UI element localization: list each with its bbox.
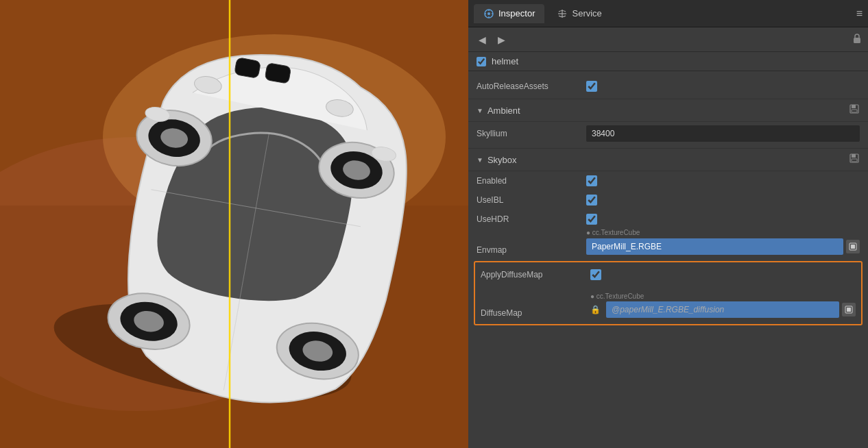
envmap-pick-button[interactable] <box>846 240 860 253</box>
enabled-label: Enabled <box>477 176 586 186</box>
svg-rect-42 <box>851 245 855 249</box>
diffuse-map-row: DiffuseMap ● cc.TextureCube 🔒 <box>475 284 861 321</box>
tab-inspector[interactable]: Inspector <box>474 4 544 23</box>
apply-diffuse-value <box>590 269 856 280</box>
svg-rect-39 <box>852 154 856 158</box>
object-enabled-checkbox[interactable] <box>477 57 486 66</box>
skybox-arrow: ▼ <box>477 156 483 164</box>
tab-service[interactable]: Service <box>547 4 611 23</box>
use-hdr-checkbox[interactable] <box>586 214 597 225</box>
car-viewport <box>0 0 468 448</box>
viewport <box>0 0 468 448</box>
menu-icon[interactable]: ≡ <box>856 8 863 20</box>
svg-rect-44 <box>847 308 851 312</box>
svg-rect-34 <box>854 38 860 43</box>
envmap-label: Envmap <box>477 245 586 255</box>
inspector-panel: Inspector Service ≡ ◀ ▶ <box>468 0 868 448</box>
ambient-title: Ambient <box>487 105 845 116</box>
service-icon <box>557 8 568 19</box>
diffuse-map-input[interactable] <box>606 301 839 318</box>
apply-diffuse-label: ApplyDiffuseMap <box>481 270 590 279</box>
envmap-row: Envmap ● cc.TextureCube <box>468 229 868 258</box>
tab-bar: Inspector Service ≡ <box>468 0 868 27</box>
inspector-tab-label: Inspector <box>498 8 535 18</box>
apply-diffuse-checkbox[interactable] <box>590 269 601 280</box>
apply-diffuse-row: ApplyDiffuseMap <box>475 265 861 284</box>
use-ibl-value <box>586 195 860 206</box>
use-hdr-label: UseHDR <box>477 214 586 224</box>
diffuse-map-value: ● cc.TextureCube 🔒 <box>590 293 856 318</box>
use-hdr-value <box>586 214 860 225</box>
ambient-arrow: ▼ <box>477 107 483 114</box>
skybox-section-header[interactable]: ▼ Skybox <box>468 148 868 171</box>
auto-release-label: AutoReleaseAssets <box>477 82 586 91</box>
object-name: helmet <box>492 56 518 66</box>
diffuse-map-label: DiffuseMap <box>481 308 590 318</box>
auto-release-checkbox[interactable] <box>586 81 597 92</box>
skybox-title: Skybox <box>487 155 845 165</box>
lock-icon[interactable] <box>852 33 863 46</box>
envmap-input[interactable] <box>586 238 843 255</box>
svg-rect-37 <box>852 110 857 112</box>
forward-button[interactable]: ▶ <box>493 32 509 48</box>
inspector-content: AutoReleaseAssets ▼ Ambient Skyllium <box>468 71 868 448</box>
use-ibl-row: UseIBL <box>468 190 868 210</box>
skyllium-label: Skyllium <box>477 129 586 138</box>
skyllium-value <box>586 125 860 142</box>
diffuse-lock-icon: 🔒 <box>590 305 601 314</box>
toolbar: ◀ ▶ <box>468 27 868 52</box>
envmap-hint: ● cc.TextureCube <box>586 229 640 236</box>
service-tab-label: Service <box>572 8 601 18</box>
skyllium-input[interactable] <box>586 125 860 142</box>
ambient-section-header[interactable]: ▼ Ambient <box>468 99 868 122</box>
enabled-value <box>586 175 860 186</box>
enabled-row: Enabled <box>468 171 868 190</box>
envmap-value: ● cc.TextureCube <box>586 238 860 255</box>
svg-rect-36 <box>852 105 856 108</box>
ambient-save-icon[interactable] <box>849 103 860 117</box>
svg-point-27 <box>487 12 490 15</box>
use-ibl-label: UseIBL <box>477 195 586 205</box>
skybox-save-icon[interactable] <box>849 153 860 166</box>
inspector-icon <box>483 8 494 19</box>
diffuse-hint: ● cc.TextureCube <box>590 293 856 300</box>
object-row: helmet <box>468 52 868 71</box>
back-button[interactable]: ◀ <box>474 32 490 48</box>
skyllium-row: Skyllium <box>468 122 868 145</box>
svg-rect-40 <box>852 159 857 162</box>
diffuse-pick-button[interactable] <box>842 303 856 316</box>
use-hdr-row: UseHDR <box>468 210 868 229</box>
selected-section: ApplyDiffuseMap DiffuseMap ● cc.TextureC… <box>474 261 863 325</box>
auto-release-value <box>586 81 860 92</box>
auto-release-assets-row: AutoReleaseAssets <box>468 77 868 96</box>
use-ibl-checkbox[interactable] <box>586 195 597 206</box>
enabled-checkbox[interactable] <box>586 175 597 186</box>
